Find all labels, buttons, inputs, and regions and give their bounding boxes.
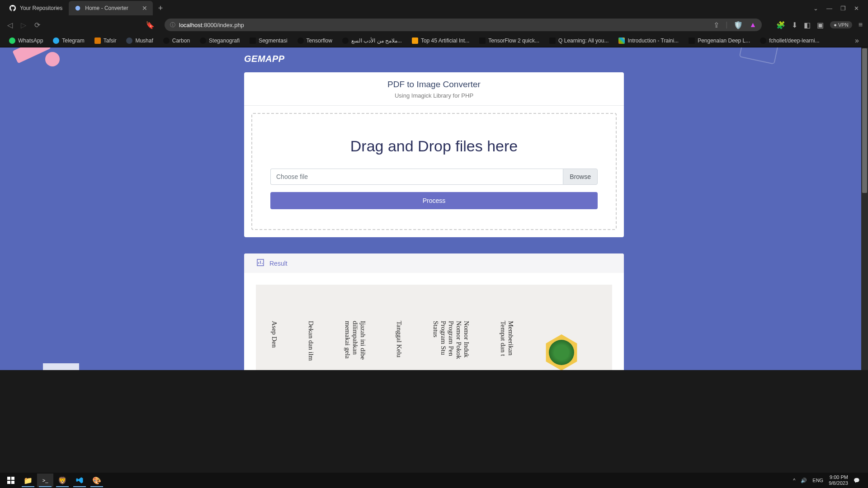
converter-card: PDF to Image Converter Using Imagick Lib… <box>244 72 624 237</box>
bookmarks-bar: WhatsApp Telegram Tafsir Mushaf Carbon S… <box>0 34 868 47</box>
site-info-icon[interactable]: ⓘ <box>170 21 175 29</box>
svg-rect-5 <box>11 481 14 484</box>
new-tab-button[interactable]: + <box>154 4 168 13</box>
bookmark-steganografi[interactable]: Steganografi <box>196 36 243 46</box>
bookmark-ai45[interactable]: Top 45 Artificial Int... <box>408 36 473 46</box>
bookmark-carbon[interactable]: Carbon <box>160 36 193 46</box>
svg-rect-4 <box>7 481 10 484</box>
bookmark-arabic[interactable]: ملامح من الأدب السع... <box>339 36 406 46</box>
browser-chrome: Your Repositories Home - Converter ✕ + ⌄… <box>0 0 868 34</box>
reload-button[interactable]: ⟳ <box>33 21 42 29</box>
doc-text: Asep Den <box>270 321 278 370</box>
bookmark-intro-training[interactable]: Introduction - Traini... <box>615 36 682 46</box>
doc-text: Ijazah ini dibe dilimpahkan memakai gela <box>344 321 367 370</box>
extensions-icon[interactable]: 🧩 <box>776 21 785 29</box>
url-text: localhost:8000/index.php <box>179 22 244 28</box>
tab-repositories[interactable]: Your Repositories <box>4 1 68 15</box>
brave-shield-icon[interactable]: 🛡️ <box>734 21 743 29</box>
file-input-row: Choose file Browse <box>270 169 598 185</box>
bookmark-whatsapp[interactable]: WhatsApp <box>5 36 47 46</box>
svg-rect-2 <box>7 477 10 480</box>
tab-label: Home - Converter <box>85 5 128 11</box>
paint-icon[interactable]: 🎨 <box>89 474 105 487</box>
share-icon[interactable]: ⇪ <box>713 21 719 29</box>
reader-icon[interactable]: ▣ <box>817 21 824 29</box>
tab-label: Your Repositories <box>20 5 62 11</box>
university-seal <box>543 334 580 370</box>
close-icon[interactable]: ✕ <box>142 5 147 12</box>
gear-icon <box>74 5 81 12</box>
bookmark-tafsir[interactable]: Tafsir <box>91 36 120 46</box>
bookmarks-overflow-icon[interactable]: » <box>851 37 863 45</box>
result-image: Asep Den Dekan dan ilm Ijazah ini dibe d… <box>256 285 612 370</box>
brand-logo[interactable]: GEMAPP <box>244 54 624 64</box>
close-window-button[interactable]: ✕ <box>854 5 859 12</box>
address-bar: ◁ ▷ ⟳ 🔖 ⓘ localhost:8000/index.php ⇪ | 🛡… <box>0 16 868 33</box>
brave-rewards-icon[interactable]: ▲ <box>749 21 756 29</box>
volume-icon[interactable]: 🔊 <box>801 478 807 483</box>
bookmark-segmentasi[interactable]: Segmentasi <box>246 36 291 46</box>
bookmark-icon[interactable]: 🔖 <box>146 21 155 29</box>
chart-icon <box>257 259 264 267</box>
taskbar: 📁 >_ 🦁 🎨 ^ 🔊 ENG 9:00 PM 9/8/2023 💬 <box>0 473 868 488</box>
bookmark-telegram[interactable]: Telegram <box>49 36 88 46</box>
page-viewport: GEMAPP PDF to Image Converter Using Imag… <box>0 47 868 370</box>
decoration <box>43 357 106 370</box>
bookmark-qlearning[interactable]: Q Learning: All you... <box>546 36 612 46</box>
result-header: Result <box>244 253 624 273</box>
bookmark-tensorflow[interactable]: Tensorflow <box>294 36 336 46</box>
file-input[interactable]: Choose file <box>270 169 563 185</box>
tab-bar: Your Repositories Home - Converter ✕ + ⌄… <box>0 0 868 16</box>
clock[interactable]: 9:00 PM 9/8/2023 <box>829 474 848 486</box>
back-button[interactable]: ◁ <box>5 21 14 29</box>
file-explorer-icon[interactable]: 📁 <box>20 474 36 487</box>
language-indicator[interactable]: ENG <box>812 478 823 483</box>
decoration <box>45 52 60 66</box>
doc-text: Memberikan Tempat dan t <box>499 321 514 370</box>
url-input[interactable]: ⓘ localhost:8000/index.php ⇪ | 🛡️ ▲ <box>165 19 762 31</box>
page-content: GEMAPP PDF to Image Converter Using Imag… <box>244 47 624 370</box>
start-button[interactable] <box>3 474 19 487</box>
page-subtitle: Using Imagick Library for PHP <box>253 92 615 99</box>
decoration <box>739 47 780 65</box>
svg-rect-3 <box>11 477 14 480</box>
sidebar-icon[interactable]: ◧ <box>804 21 811 29</box>
minimize-button[interactable]: — <box>826 5 832 12</box>
card-header: PDF to Image Converter Using Imagick Lib… <box>244 72 624 106</box>
system-tray: ^ 🔊 ENG 9:00 PM 9/8/2023 💬 <box>793 474 865 486</box>
result-body: Asep Den Dekan dan ilm Ijazah ini dibe d… <box>244 273 624 370</box>
vpn-badge[interactable]: ● VPN <box>830 21 852 28</box>
bookmark-fchollet[interactable]: fchollet/deep-learni... <box>756 36 823 46</box>
brave-icon[interactable]: 🦁 <box>54 474 71 487</box>
result-label: Result <box>269 260 288 267</box>
menu-icon[interactable]: ≡ <box>859 21 863 29</box>
process-button[interactable]: Process <box>270 192 598 209</box>
drop-zone[interactable]: Drag and Drop files here Choose file Bro… <box>251 113 617 230</box>
bookmark-tf2[interactable]: TensorFlow 2 quick... <box>476 36 543 46</box>
scrollbar[interactable] <box>861 47 868 370</box>
bookmark-deeplearning[interactable]: Pengenalan Deep L... <box>685 36 754 46</box>
doc-text: Tanggal Kelu <box>395 321 403 370</box>
browse-button[interactable]: Browse <box>563 169 598 185</box>
downloads-icon[interactable]: ⬇ <box>792 21 797 29</box>
forward-button[interactable]: ▷ <box>19 21 28 29</box>
toolbar-extensions: 🧩 ⬇ ◧ ▣ ● VPN ≡ <box>776 21 863 29</box>
tray-expand-icon[interactable]: ^ <box>793 478 795 483</box>
chevron-down-icon[interactable]: ⌄ <box>813 5 818 12</box>
svg-point-0 <box>75 6 80 11</box>
result-card: Result Asep Den Dekan dan ilm Ijazah ini… <box>244 253 624 370</box>
doc-text: Nomor Induk Nomor Pokok Program Pen Prog… <box>432 321 470 370</box>
doc-text: Dekan dan ilm <box>307 321 315 370</box>
window-controls: ⌄ — ❐ ✕ <box>813 5 864 12</box>
page-title: PDF to Image Converter <box>253 80 615 89</box>
scrollbar-thumb[interactable] <box>862 48 867 193</box>
bookmark-mushaf[interactable]: Mushaf <box>123 36 156 46</box>
vscode-icon[interactable] <box>71 474 88 487</box>
terminal-icon[interactable]: >_ <box>37 474 53 487</box>
drop-zone-title: Drag and Drop files here <box>270 137 598 155</box>
github-icon <box>9 5 16 12</box>
maximize-button[interactable]: ❐ <box>840 5 846 12</box>
tab-converter[interactable]: Home - Converter ✕ <box>69 1 152 15</box>
notifications-icon[interactable]: 💬 <box>854 478 860 483</box>
